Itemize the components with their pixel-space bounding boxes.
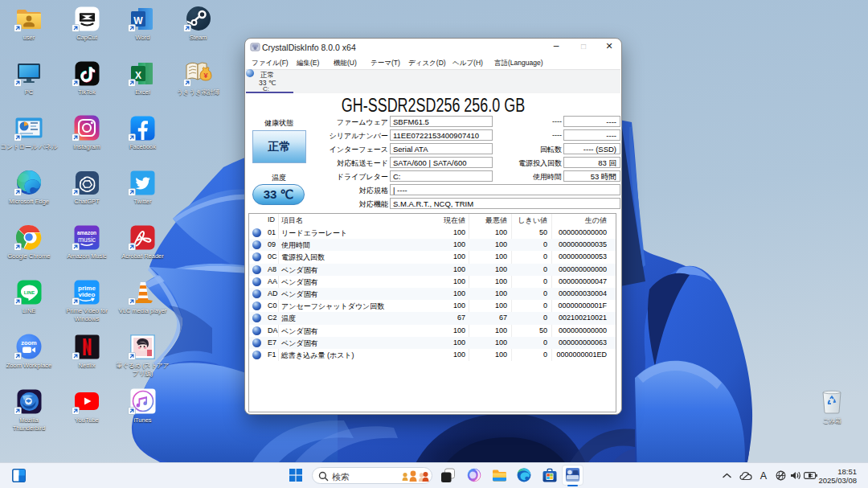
svg-text:X: X [134,69,141,80]
svg-text:amazon: amazon [77,230,96,236]
svg-text:LINE: LINE [23,289,35,294]
svg-text:video: video [79,291,96,298]
svg-text:music: music [78,236,96,244]
svg-text:zoom: zoom [21,339,37,347]
svg-text:¥: ¥ [203,72,207,80]
